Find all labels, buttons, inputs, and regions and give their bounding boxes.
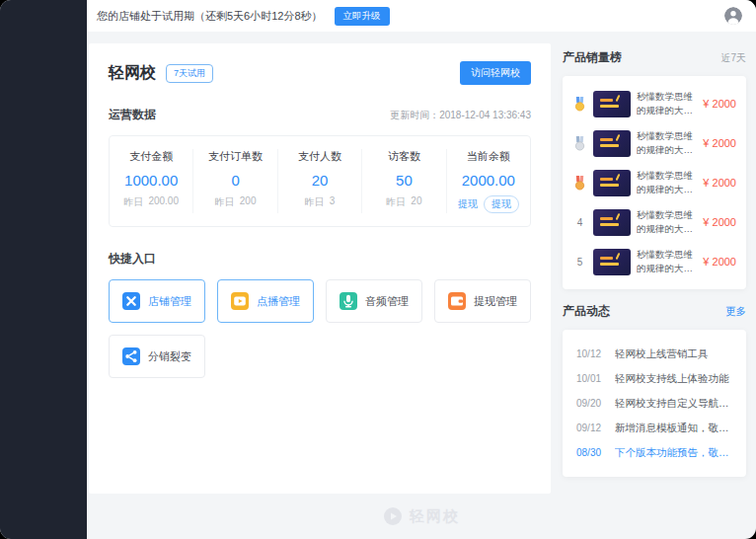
vod-play-icon (231, 292, 249, 310)
right-column: 产品销量榜 近7天 秒懂数学思维的规律的大声的直播课件等你... ¥ 2000 (563, 43, 746, 494)
shop-overview-card: 轻网校 7天试用 访问轻网校 运营数据 更新时间：2018-12-04 13:3… (89, 43, 551, 494)
stat-label: 支付金额 (129, 149, 173, 164)
withdraw-button[interactable]: 提现 (484, 195, 519, 213)
shop-title: 轻网校 (109, 63, 156, 84)
rank-item[interactable]: 秒懂数学思维的规律的大声的直播课件等你... ¥ 2000 (572, 84, 736, 123)
withdraw-link[interactable]: 提现 (458, 197, 478, 211)
product-price: ¥ 2000 (703, 256, 736, 268)
quick-btn-label: 分销裂变 (148, 349, 191, 364)
visit-shop-button[interactable]: 访问轻网校 (460, 61, 531, 85)
news-text: 轻网校支持线上体验功能 (615, 372, 729, 386)
news-date: 10/12 (576, 348, 606, 359)
quick-btn-withdraw[interactable]: 提现管理 (434, 279, 531, 323)
quick-entry-title: 快捷入口 (109, 251, 156, 268)
silver-medal-icon (572, 136, 587, 151)
product-price: ¥ 2000 (703, 177, 736, 189)
stat-value: 20 (312, 172, 329, 189)
news-item[interactable]: 10/01 轻网校支持线上体验功能 (576, 366, 732, 391)
upgrade-button[interactable]: 立即升级 (335, 7, 390, 26)
quick-btn-distribution[interactable]: 分销裂变 (109, 335, 205, 378)
balance-actions: 提现 提现 (458, 195, 519, 213)
news-item[interactable]: 10/12 轻网校上线营销工具 (576, 342, 732, 366)
quick-btn-label: 店铺管理 (148, 294, 191, 309)
sales-rank-title: 产品销量榜 (563, 49, 622, 66)
operations-section-header: 运营数据 更新时间：2018-12-04 13:36:43 (109, 107, 531, 123)
quick-btn-label: 提现管理 (474, 294, 517, 309)
gold-medal-icon (572, 97, 587, 112)
stat-order-count: 支付订单数 0 昨日 200 (192, 149, 276, 213)
product-price: ¥ 2000 (703, 137, 736, 149)
update-time: 更新时间：2018-12-04 13:36:43 (390, 109, 531, 122)
quick-btn-label: 点播管理 (257, 294, 300, 309)
quick-btn-vod[interactable]: 点播管理 (217, 279, 314, 323)
stat-sub: 昨日 3 (305, 195, 336, 209)
footer-logo-text: 轻网校 (410, 507, 460, 526)
stat-label: 支付订单数 (208, 149, 263, 164)
news-item[interactable]: 09/20 轻网校支持自定义导航功能 (576, 391, 732, 416)
stat-value: 0 (231, 172, 239, 189)
product-price: ¥ 2000 (703, 98, 736, 110)
stat-sub-value: 20 (411, 195, 421, 209)
operations-title: 运营数据 (109, 107, 156, 123)
sales-rank-range: 近7天 (720, 51, 746, 65)
product-thumbnail (593, 249, 631, 275)
product-news-header: 产品动态 更多 (563, 303, 746, 320)
news-text: 新增消息模板通知，敬请期待 (615, 422, 732, 435)
news-text: 下个版本功能预告，敬请期待 (615, 446, 732, 460)
product-title: 秒懂数学思维的规律的大声的直播课件等你... (637, 248, 693, 276)
quick-btn-audio[interactable]: 音频管理 (326, 279, 422, 323)
rank-item[interactable]: 4 秒懂数学思维的规律的大声的直播课件等你... ¥ 2000 (572, 202, 736, 242)
product-title: 秒懂数学思维的规律的大声的直播课件等你... (637, 208, 693, 237)
audio-mic-icon (340, 292, 357, 310)
quick-btn-label: 音频管理 (365, 294, 409, 309)
more-link[interactable]: 更多 (725, 305, 746, 319)
stat-label: 支付人数 (298, 149, 341, 164)
topbar: 您的店铺处于试用期（还剩5天6小时12分8秒） 立即升级 (87, 0, 756, 32)
bronze-medal-icon (572, 176, 587, 191)
rank-item[interactable]: 秒懂数学思维的规律的大声的直播课件等你... ¥ 2000 (572, 163, 736, 202)
stat-pay-amount: 支付金额 1000.00 昨日 200.00 (110, 149, 192, 213)
rank-number: 5 (572, 257, 587, 268)
stats-box: 支付金额 1000.00 昨日 200.00 支付订单数 0 昨日 200 (109, 135, 531, 227)
stat-label: 访客数 (388, 149, 420, 164)
product-thumbnail (593, 170, 631, 196)
sales-rank-header: 产品销量榜 近7天 (563, 49, 746, 66)
product-title: 秒懂数学思维的规律的大声的直播课件等你... (637, 169, 693, 197)
stat-sub-label: 昨日 (305, 195, 325, 209)
trial-badge: 7天试用 (166, 64, 213, 83)
stat-sub-label: 昨日 (215, 195, 235, 209)
quick-btn-shop[interactable]: 店铺管理 (109, 279, 205, 323)
quick-entry-grid: 店铺管理 点播管理 音频管理 (109, 279, 531, 378)
news-text: 轻网校支持自定义导航功能 (615, 397, 732, 411)
quick-entry-header: 快捷入口 (109, 251, 531, 268)
rank-item[interactable]: 5 秒懂数学思维的规律的大声的直播课件等你... ¥ 2000 (572, 242, 736, 281)
news-text: 轻网校上线营销工具 (615, 347, 709, 361)
stat-sub-value: 3 (330, 195, 336, 209)
trial-notice: 您的店铺处于试用期（还剩5天6小时12分8秒） (97, 9, 323, 24)
content-body: 轻网校 7天试用 访问轻网校 运营数据 更新时间：2018-12-04 13:3… (87, 32, 756, 494)
product-news-card: 10/12 轻网校上线营销工具 10/01 轻网校支持线上体验功能 09/20 … (563, 330, 746, 477)
stat-visitor-count: 访客数 50 昨日 20 (361, 149, 445, 213)
product-news-title: 产品动态 (563, 303, 610, 320)
news-date: 08/30 (576, 447, 606, 458)
main-area: 您的店铺处于试用期（还剩5天6小时12分8秒） 立即升级 轻网校 7天试用 访问… (87, 0, 756, 539)
rank-number: 4 (572, 217, 587, 228)
play-logo-icon (383, 506, 403, 526)
sales-rank-card: 秒懂数学思维的规律的大声的直播课件等你... ¥ 2000 秒懂数学思维的规律的… (563, 76, 746, 289)
stat-label: 当前余额 (467, 149, 510, 164)
shop-icon (122, 292, 140, 310)
stat-sub: 昨日 200 (215, 195, 257, 209)
product-thumbnail (593, 130, 631, 157)
news-item[interactable]: 08/30 下个版本功能预告，敬请期待 (576, 440, 732, 465)
sidebar (0, 0, 87, 539)
stat-sub: 昨日 20 (386, 195, 421, 209)
rank-item[interactable]: 秒懂数学思维的规律的大声的直播课件等你... ¥ 2000 (572, 123, 736, 163)
news-date: 10/01 (576, 373, 606, 384)
user-avatar[interactable] (724, 7, 742, 25)
stat-value: 50 (396, 172, 413, 189)
news-item[interactable]: 09/12 新增消息模板通知，敬请期待 (576, 416, 732, 440)
product-price: ¥ 2000 (703, 216, 736, 228)
stat-balance: 当前余额 2000.00 提现 提现 (446, 149, 530, 213)
product-title: 秒懂数学思维的规律的大声的直播课件等你... (637, 90, 693, 118)
news-date: 09/12 (576, 423, 606, 433)
